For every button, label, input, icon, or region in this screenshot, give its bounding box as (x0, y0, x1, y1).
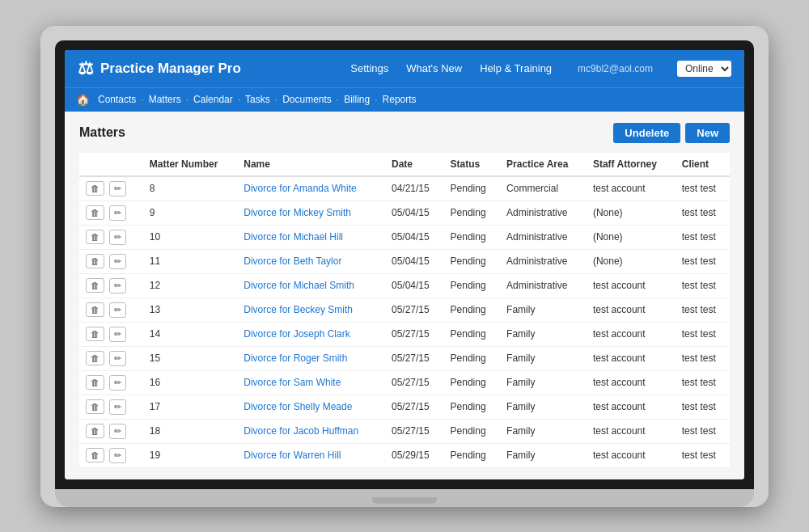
edit-button[interactable]: ✏ (109, 351, 126, 366)
matter-link[interactable]: Divorce for Beckey Smith (244, 304, 353, 315)
matter-name[interactable]: Divorce for Amanda White (237, 176, 385, 201)
matters-header: Matters Undelete New (79, 123, 730, 143)
matter-status: Pending (444, 176, 501, 201)
new-button[interactable]: New (685, 123, 730, 143)
row-actions: 🗑 ✏ (79, 201, 143, 225)
subnav-billing[interactable]: Billing (341, 94, 373, 105)
status-select[interactable]: Online Offline (677, 61, 731, 77)
subnav-documents[interactable]: Documents (279, 94, 335, 105)
delete-button[interactable]: 🗑 (86, 230, 104, 244)
delete-button[interactable]: 🗑 (86, 399, 104, 414)
matter-number: 11 (143, 249, 238, 273)
col-actions (79, 153, 143, 176)
matter-status: Pending (444, 298, 501, 322)
matter-name[interactable]: Divorce for Sam White (237, 370, 385, 395)
matter-practice-area: Administrative (500, 225, 587, 249)
edit-button[interactable]: ✏ (109, 230, 126, 245)
matter-status: Pending (444, 370, 501, 395)
matter-link[interactable]: Divorce for Roger Smith (244, 353, 347, 364)
matter-link[interactable]: Divorce for Amanda White (244, 183, 356, 194)
matter-status: Pending (444, 201, 501, 225)
edit-button[interactable]: ✏ (109, 302, 126, 318)
screen-bezel: ⚖ Practice Manager Pro Settings What's N… (55, 40, 754, 489)
matter-name[interactable]: Divorce for Beth Taylor (237, 249, 385, 273)
matter-link[interactable]: Divorce for Sam White (244, 377, 341, 388)
row-actions: 🗑 ✏ (79, 346, 143, 370)
edit-button[interactable]: ✏ (109, 448, 126, 463)
delete-button[interactable]: 🗑 (86, 278, 104, 293)
subnav-tasks[interactable]: Tasks (242, 94, 273, 105)
matter-link[interactable]: Divorce for Shelly Meade (244, 401, 352, 412)
matter-link[interactable]: Divorce for Michael Smith (244, 280, 354, 291)
delete-button[interactable]: 🗑 (86, 254, 104, 268)
matter-number: 9 (143, 201, 238, 225)
undelete-button[interactable]: Undelete (613, 123, 680, 143)
edit-button[interactable]: ✏ (109, 205, 126, 221)
matter-name[interactable]: Divorce for Jacob Huffman (237, 419, 385, 443)
matter-status: Pending (444, 225, 501, 249)
edit-button[interactable]: ✏ (109, 424, 126, 439)
laptop-frame: ⚖ Practice Manager Pro Settings What's N… (40, 26, 769, 507)
matter-name[interactable]: Divorce for Beckey Smith (237, 298, 385, 322)
subnav-matters[interactable]: Matters (146, 94, 184, 105)
delete-button[interactable]: 🗑 (86, 327, 104, 341)
home-icon[interactable]: 🏠 (76, 93, 90, 106)
subnav-contacts[interactable]: Contacts (95, 94, 139, 105)
table-row: 🗑 ✏ 19Divorce for Warren Hill05/29/15Pen… (79, 443, 730, 467)
matter-client: test test (676, 249, 730, 273)
subnav-calendar[interactable]: Calendar (190, 94, 236, 105)
help-training-link[interactable]: Help & Training (480, 62, 552, 74)
matter-date: 05/27/15 (385, 298, 444, 322)
matter-number: 8 (143, 176, 238, 201)
delete-button[interactable]: 🗑 (86, 205, 104, 220)
matter-link[interactable]: Divorce for Mickey Smith (244, 207, 351, 218)
delete-button[interactable]: 🗑 (86, 181, 104, 196)
row-actions: 🗑 ✏ (79, 176, 143, 201)
delete-button[interactable]: 🗑 (86, 351, 104, 365)
matter-date: 04/21/15 (385, 176, 444, 201)
matter-practice-area: Family (500, 443, 587, 467)
matter-link[interactable]: Divorce for Michael Hill (244, 231, 343, 243)
matter-staff-attorney: (None) (587, 225, 676, 249)
edit-button[interactable]: ✏ (109, 375, 126, 391)
matter-name[interactable]: Divorce for Michael Hill (237, 225, 385, 249)
matter-client: test test (676, 370, 730, 395)
settings-link[interactable]: Settings (350, 62, 388, 74)
matter-link[interactable]: Divorce for Jacob Huffman (244, 425, 358, 437)
matter-name[interactable]: Divorce for Roger Smith (237, 346, 385, 370)
row-actions: 🗑 ✏ (79, 419, 143, 443)
matter-staff-attorney: test account (587, 419, 676, 443)
row-actions: 🗑 ✏ (79, 273, 143, 298)
col-name: Name (237, 153, 385, 176)
matter-link[interactable]: Divorce for Warren Hill (244, 450, 341, 461)
whats-new-link[interactable]: What's New (406, 62, 462, 74)
edit-button[interactable]: ✏ (109, 278, 126, 293)
subnav-links: Contacts · Matters · Calendar · Tasks · … (95, 94, 420, 105)
table-body: 🗑 ✏ 8Divorce for Amanda White04/21/15Pen… (79, 176, 730, 468)
row-actions: 🗑 ✏ (79, 370, 143, 395)
matter-link[interactable]: Divorce for Joseph Clark (244, 328, 349, 340)
table-row: 🗑 ✏ 17Divorce for Shelly Meade05/27/15Pe… (79, 395, 730, 419)
matter-staff-attorney: test account (587, 443, 676, 467)
delete-button[interactable]: 🗑 (86, 375, 104, 390)
edit-button[interactable]: ✏ (109, 181, 126, 196)
matter-practice-area: Family (500, 370, 587, 395)
matter-staff-attorney: test account (587, 273, 676, 298)
matter-name[interactable]: Divorce for Michael Smith (237, 273, 385, 298)
subnav-reports[interactable]: Reports (379, 94, 420, 105)
matter-client: test test (676, 298, 730, 322)
matter-name[interactable]: Divorce for Shelly Meade (237, 395, 385, 419)
delete-button[interactable]: 🗑 (86, 302, 104, 317)
matter-name[interactable]: Divorce for Warren Hill (237, 443, 385, 467)
matter-name[interactable]: Divorce for Mickey Smith (237, 201, 385, 225)
row-actions: 🗑 ✏ (79, 443, 143, 467)
edit-button[interactable]: ✏ (109, 327, 126, 342)
edit-button[interactable]: ✏ (109, 399, 126, 415)
matter-link[interactable]: Divorce for Beth Taylor (244, 255, 341, 267)
table-row: 🗑 ✏ 11Divorce for Beth Taylor05/04/15Pen… (79, 249, 730, 273)
col-status: Status (444, 153, 501, 176)
matter-name[interactable]: Divorce for Joseph Clark (237, 322, 385, 346)
delete-button[interactable]: 🗑 (86, 448, 104, 462)
edit-button[interactable]: ✏ (109, 254, 126, 269)
delete-button[interactable]: 🗑 (86, 424, 104, 438)
